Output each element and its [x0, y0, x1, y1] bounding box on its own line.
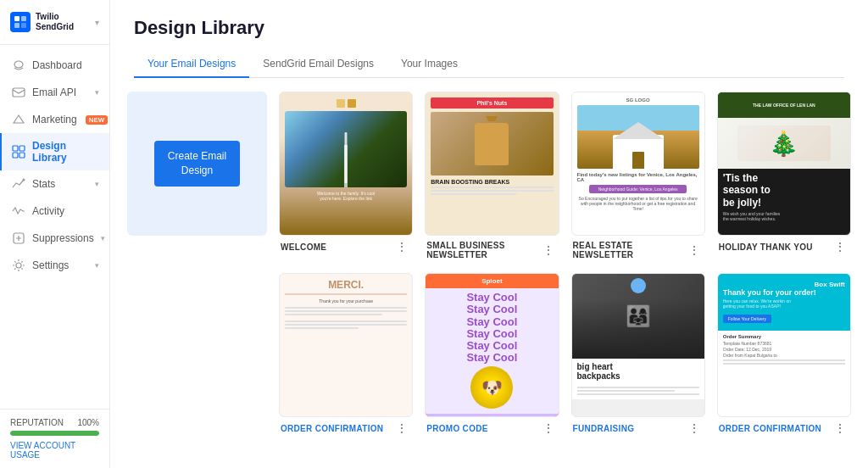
re-house — [613, 135, 664, 169]
promo-brand: Sploet — [431, 277, 553, 285]
template-preview-order2[interactable]: Box Swift Thank you for your order! Here… — [717, 273, 851, 417]
template-preview-order1[interactable]: MERCI. Thank you for your purchase — [279, 273, 413, 417]
template-name-re: REAL ESTATE NEWSLETTER — [573, 241, 685, 259]
sbn-bag — [475, 123, 509, 165]
order2-top: Box Swift Thank you for your order! Here… — [718, 274, 850, 331]
template-name-order2: ORDER CONFIRMATION — [719, 424, 821, 433]
sidebar-item-email-api[interactable]: Email API ▾ — [0, 79, 109, 106]
holiday-content: 'Tis theseason tobe jolly! We wish you a… — [718, 169, 850, 225]
template-card-welcome: Welcome to the family. It's coolyou're h… — [279, 92, 413, 254]
template-preview-re[interactable]: SG LOGO Find today's new listings for Ve… — [571, 92, 705, 236]
svg-rect-0 — [14, 16, 19, 21]
sidebar-nav: Dashboard Email API ▾ Marketing NEW — [0, 45, 109, 409]
fund-title: big heartbackpacks — [572, 359, 704, 384]
template-more-holiday[interactable]: ⋮ — [831, 241, 849, 253]
fund-content — [572, 384, 704, 399]
holiday-top-bar: THE LAW OFFICE OF LEN LAN — [718, 92, 850, 118]
main-content: Design Library Your Email Designs SendGr… — [110, 0, 868, 468]
order2-line: Order Date: 12 Dec, 2019 — [723, 347, 845, 352]
template-card-promo: Sploet Stay CoolStay CoolStay CoolStay C… — [425, 273, 559, 436]
template-name-fund: FUNDRAISING — [573, 424, 635, 433]
order2-cta-button: Follow Your Delivery — [723, 315, 771, 323]
design-grid-container: Create EmailDesign Welcome to the family… — [110, 78, 868, 468]
reputation-label-text: REPUTATION — [10, 418, 64, 427]
sidebar-item-suppressions-label: Suppressions — [32, 232, 94, 244]
template-name-order1: ORDER CONFIRMATION — [281, 424, 383, 433]
reputation-section: REPUTATION 100% — [10, 418, 99, 427]
re-logo: SG LOGO — [577, 98, 699, 103]
settings-arrow-icon: ▾ — [95, 261, 99, 270]
re-text: So Encouraged you to put together a list… — [577, 196, 699, 211]
template-card-fund: 👨‍👩‍👧 big heartbackpacks FUNDRAISING ⋮ — [571, 273, 705, 436]
order2-content: Order Summary Template Number 873681 Ord… — [718, 331, 850, 370]
svg-rect-8 — [19, 146, 25, 151]
sidebar-item-stats[interactable]: Stats ▾ — [0, 170, 109, 198]
tab-your-images[interactable]: Your Images — [387, 51, 471, 78]
template-card-order2: Box Swift Thank you for your order! Here… — [717, 273, 851, 436]
sidebar-item-design-library[interactable]: Design Library — [0, 133, 109, 170]
logo-icon — [10, 12, 31, 32]
reputation-bar — [10, 431, 99, 436]
create-card[interactable]: Create EmailDesign — [127, 92, 267, 236]
order2-sub: Here you can relax. We're workin ongetti… — [723, 298, 845, 309]
promo-text: Stay CoolStay CoolStay CoolStay CoolStay… — [431, 292, 553, 365]
welcome-image — [285, 111, 407, 187]
svg-rect-5 — [13, 88, 25, 97]
sbn-header: Phil's Nuts — [431, 98, 553, 109]
fund-image: 👨‍👩‍👧 — [572, 274, 704, 359]
create-email-design-button[interactable]: Create EmailDesign — [154, 141, 240, 187]
template-footer-fund: FUNDRAISING ⋮ — [571, 417, 705, 436]
design-grid-row2: MERCI. Thank you for your purchase ORDER… — [127, 273, 851, 436]
template-preview-fund[interactable]: 👨‍👩‍👧 big heartbackpacks — [571, 273, 705, 417]
tab-sendgrid-email-designs[interactable]: SendGrid Email Designs — [249, 51, 387, 78]
view-account-link[interactable]: VIEW ACCOUNT USAGE — [10, 441, 75, 460]
template-more-welcome[interactable]: ⋮ — [392, 241, 411, 253]
page-title: Design Library — [134, 17, 844, 39]
template-more-promo[interactable]: ⋮ — [539, 422, 558, 434]
svg-marker-6 — [14, 115, 24, 123]
template-preview-holiday[interactable]: THE LAW OFFICE OF LEN LAN 🎄 'Tis theseas… — [717, 92, 851, 236]
sidebar-footer: REPUTATION 100% VIEW ACCOUNT USAGE — [0, 409, 109, 468]
template-card-re: SG LOGO Find today's new listings for Ve… — [571, 92, 705, 261]
svg-rect-3 — [21, 23, 26, 28]
logo-text: Twilio SendGrid — [36, 12, 90, 32]
fund-title-text: big heartbackpacks — [577, 362, 699, 381]
suppressions-arrow-icon: ▾ — [101, 234, 105, 242]
stats-arrow-icon: ▾ — [95, 180, 99, 188]
promo-footer-text: 20% off your first order — [431, 416, 553, 417]
main-header: Design Library Your Email Designs SendGr… — [110, 0, 868, 78]
template-footer-order2: ORDER CONFIRMATION ⋮ — [717, 417, 851, 436]
template-more-fund[interactable]: ⋮ — [685, 422, 704, 434]
template-preview-sbn[interactable]: Phil's Nuts BRAIN BOOSTING BREAKS — [425, 92, 559, 236]
reputation-value: 100% — [77, 418, 99, 427]
sidebar-item-dashboard[interactable]: Dashboard — [0, 52, 109, 79]
template-preview-welcome[interactable]: Welcome to the family. It's coolyou're h… — [279, 92, 413, 236]
svg-rect-10 — [19, 153, 25, 158]
sidebar-logo[interactable]: Twilio SendGrid ▾ — [0, 0, 109, 45]
template-more-sbn[interactable]: ⋮ — [539, 244, 558, 256]
promo-body: Stay CoolStay CoolStay CoolStay CoolStay… — [426, 288, 558, 414]
sidebar-item-marketing-label: Marketing — [32, 114, 77, 125]
design-grid-row1: Create EmailDesign Welcome to the family… — [127, 92, 851, 261]
sidebar-item-activity[interactable]: Activity — [0, 198, 109, 225]
order2-line: Order from Kapat Bulgaria to — [723, 353, 845, 358]
template-more-order2[interactable]: ⋮ — [831, 422, 849, 434]
sidebar-item-suppressions[interactable]: Suppressions ▾ — [0, 225, 109, 252]
order2-lines: Template Number 873681 Order Date: 12 De… — [723, 341, 845, 365]
svg-point-11 — [23, 179, 25, 181]
sidebar-item-activity-label: Activity — [32, 205, 64, 217]
sbn-content: BRAIN BOOSTING BREAKS — [431, 179, 553, 195]
template-footer-sbn: SMALL BUSINESS NEWSLETTER ⋮ — [425, 236, 559, 261]
holiday-title: 'Tis theseason tobe jolly! — [723, 172, 845, 209]
template-preview-promo[interactable]: Sploet Stay CoolStay CoolStay CoolStay C… — [425, 273, 559, 417]
template-more-re[interactable]: ⋮ — [685, 244, 704, 256]
sidebar-item-marketing[interactable]: Marketing NEW — [0, 106, 109, 133]
template-more-order1[interactable]: ⋮ — [392, 422, 411, 434]
fund-logo — [631, 278, 646, 293]
template-footer-promo: PROMO CODE ⋮ — [425, 417, 559, 436]
tab-your-email-designs[interactable]: Your Email Designs — [134, 51, 249, 78]
sidebar-item-settings[interactable]: Settings ▾ — [0, 252, 109, 279]
template-card-order1: MERCI. Thank you for your purchase ORDER… — [279, 273, 413, 436]
sidebar-item-settings-label: Settings — [32, 259, 69, 271]
sidebar: Twilio SendGrid ▾ Dashboard Email API ▾ — [0, 0, 110, 468]
